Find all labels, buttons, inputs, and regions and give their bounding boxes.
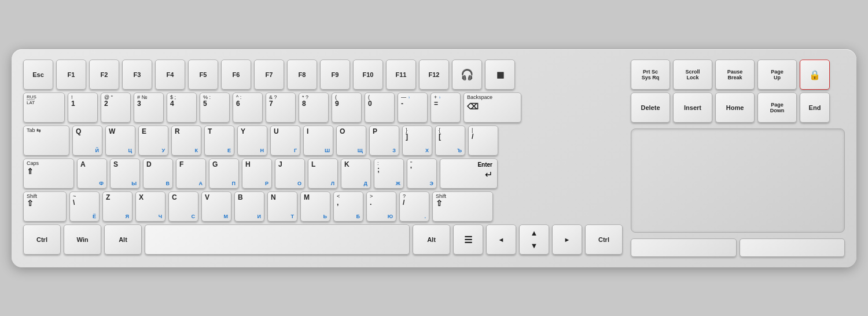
zxcv-row: Shift ⇧ ~ \ Ё Z Я X Ч C С V М: [23, 192, 623, 222]
key-j[interactable]: J О: [275, 159, 305, 189]
key-t[interactable]: T Е: [204, 126, 234, 156]
key-5[interactable]: % : 5: [200, 93, 230, 123]
key-f5[interactable]: F5: [188, 60, 218, 90]
key-pageup[interactable]: Page Up: [757, 60, 797, 90]
key-s[interactable]: S Ы: [110, 159, 140, 189]
key-c[interactable]: C С: [168, 192, 198, 222]
key-r[interactable]: R К: [171, 126, 201, 156]
key-shift-right[interactable]: Shift ⇧: [432, 192, 493, 222]
key-arrow-updown[interactable]: ▲ ▼: [519, 225, 549, 255]
key-p[interactable]: P З: [369, 126, 399, 156]
touchpad-right-button[interactable]: [740, 238, 845, 257]
keyboard-right-section: Prt Sc Sys Rq Scroll Lock Pause Break Pa…: [631, 60, 845, 257]
key-alt-right[interactable]: Alt: [413, 225, 450, 255]
key-f[interactable]: F А: [176, 159, 206, 189]
key-bracket-right[interactable]: { [ Ъ: [435, 126, 465, 156]
key-arrow-right[interactable]: ►: [552, 225, 582, 255]
key-insert[interactable]: Insert: [673, 93, 712, 123]
key-enter[interactable]: Enter ↵: [440, 159, 498, 189]
num-row: RUS LAT ! 1 @ " 2 # № 3 $ ; 4 % : 5: [23, 93, 623, 123]
key-ctrl-right[interactable]: Ctrl: [585, 225, 623, 255]
key-backslash[interactable]: | /: [468, 126, 498, 156]
qwerty-row: Tab ⇆ Q Й W Ц E У R К T Е Y: [23, 126, 623, 156]
key-q[interactable]: Q Й: [72, 126, 102, 156]
key-delete[interactable]: Delete: [631, 93, 670, 123]
key-u[interactable]: U Г: [270, 126, 300, 156]
key-f3[interactable]: F3: [122, 60, 152, 90]
key-f11[interactable]: F11: [386, 60, 416, 90]
key-prtsc[interactable]: Prt Sc Sys Rq: [631, 60, 670, 90]
key-h[interactable]: H Р: [242, 159, 272, 189]
key-media[interactable]: ▦: [485, 60, 515, 90]
key-b[interactable]: B И: [234, 192, 264, 222]
key-equals[interactable]: + ᵢₗ =: [431, 93, 461, 123]
key-quote[interactable]: " ' Э: [407, 159, 437, 189]
key-f12[interactable]: F12: [419, 60, 449, 90]
key-a[interactable]: A Ф: [77, 159, 107, 189]
key-3[interactable]: # № 3: [134, 93, 164, 123]
key-minus[interactable]: — ᵢₗ -: [398, 93, 428, 123]
key-l[interactable]: L Л: [308, 159, 338, 189]
key-f10[interactable]: F10: [353, 60, 383, 90]
key-tilde[interactable]: ~ \ Ё: [69, 192, 100, 222]
key-menu[interactable]: ☰: [453, 225, 483, 255]
key-comma[interactable]: < , Б: [333, 192, 363, 222]
asdf-row: Caps ⇑ A Ф S Ы D В F А G П: [23, 159, 623, 189]
key-bracket-left[interactable]: } ] Х: [402, 126, 432, 156]
key-e[interactable]: E У: [138, 126, 168, 156]
key-n[interactable]: N Т: [267, 192, 297, 222]
key-k[interactable]: K Д: [341, 159, 371, 189]
key-win[interactable]: Win: [64, 225, 101, 255]
bottom-row: Ctrl Win Alt Alt ☰ ◄ ▲ ▼ ►: [23, 225, 623, 255]
key-0[interactable]: ( 0: [365, 93, 395, 123]
key-1[interactable]: ! 1: [68, 93, 98, 123]
key-7[interactable]: & ? 7: [266, 93, 296, 123]
key-8[interactable]: * ? 8: [299, 93, 329, 123]
key-f4[interactable]: F4: [155, 60, 185, 90]
key-pause[interactable]: Pause Break: [715, 60, 755, 90]
key-end[interactable]: End: [800, 93, 830, 123]
key-shift-left[interactable]: Shift ⇧: [23, 192, 67, 222]
key-scrolllock[interactable]: Scroll Lock: [673, 60, 712, 90]
key-o[interactable]: O Щ: [336, 126, 366, 156]
key-z[interactable]: Z Я: [102, 192, 133, 222]
key-backspace[interactable]: Backspace ⌫: [464, 93, 521, 123]
key-capslock[interactable]: Caps ⇑: [23, 159, 74, 189]
touchpad-left-button[interactable]: [631, 238, 737, 257]
key-rus-lat[interactable]: RUS LAT: [23, 93, 65, 123]
key-f6[interactable]: F6: [221, 60, 251, 90]
key-esc[interactable]: Esc: [23, 60, 53, 90]
key-audio[interactable]: 🎧: [452, 60, 482, 90]
key-9[interactable]: ( 9: [332, 93, 362, 123]
key-4[interactable]: $ ; 4: [167, 93, 197, 123]
key-home[interactable]: Home: [715, 93, 755, 123]
key-semicolon[interactable]: : ; Ж: [374, 159, 404, 189]
key-lock[interactable]: 🔒: [800, 60, 830, 90]
key-f2[interactable]: F2: [89, 60, 119, 90]
key-d[interactable]: D В: [143, 159, 173, 189]
key-f8[interactable]: F8: [287, 60, 317, 90]
key-ctrl-left[interactable]: Ctrl: [23, 225, 61, 255]
key-x[interactable]: X Ч: [135, 192, 165, 222]
nav-row-2: Delete Insert Home Page Down End: [631, 93, 845, 123]
key-period[interactable]: > . Ю: [366, 192, 396, 222]
key-f7[interactable]: F7: [254, 60, 284, 90]
key-arrow-left[interactable]: ◄: [486, 225, 516, 255]
key-v[interactable]: V М: [201, 192, 231, 222]
key-alt-left[interactable]: Alt: [104, 225, 142, 255]
key-space[interactable]: [145, 225, 410, 255]
key-y[interactable]: Y Н: [237, 126, 267, 156]
key-f9[interactable]: F9: [320, 60, 350, 90]
key-tab[interactable]: Tab ⇆: [23, 126, 69, 156]
keyboard-main: Esc F1 F2 F3 F4 F5 F6 F7 F8 F9 F10 F11 F…: [23, 60, 623, 257]
touchpad[interactable]: [631, 128, 845, 233]
key-i[interactable]: I Ш: [303, 126, 333, 156]
key-6[interactable]: ^ : 6: [233, 93, 263, 123]
key-2[interactable]: @ " 2: [101, 93, 131, 123]
key-f1[interactable]: F1: [56, 60, 86, 90]
key-pagedown[interactable]: Page Down: [757, 93, 797, 123]
key-m[interactable]: M Ь: [300, 192, 330, 222]
key-w[interactable]: W Ц: [105, 126, 135, 156]
key-g[interactable]: G П: [209, 159, 239, 189]
key-slash[interactable]: ? / .: [399, 192, 429, 222]
